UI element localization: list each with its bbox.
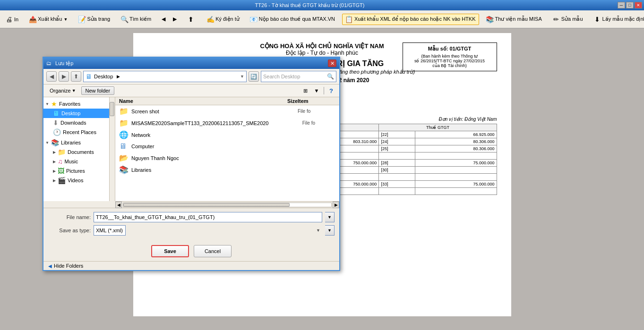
- folder-icon-2: 📁: [119, 118, 129, 127]
- save-type-dropdown-button[interactable]: ▼: [325, 225, 335, 236]
- col-name-header[interactable]: Name: [119, 98, 260, 104]
- list-item[interactable]: 🌐 Network: [115, 129, 339, 141]
- dialog-title-text: Lưu tệp: [55, 60, 73, 67]
- location-dropdown-arrow[interactable]: ▼: [240, 74, 244, 79]
- search-icon: 🔍: [327, 73, 334, 80]
- edit-page-icon: 📝: [78, 16, 86, 23]
- horizontal-scroll-thumb: [123, 203, 290, 207]
- submit-button[interactable]: 📧 Nộp báo cáo thuế qua MTAX.VN: [247, 14, 338, 25]
- forward-button[interactable]: ▶: [59, 71, 69, 82]
- nav-prev-button[interactable]: ◀: [158, 14, 169, 24]
- dialog-close-button[interactable]: ✕: [328, 59, 336, 67]
- dialog-buttons: Save Cancel: [43, 242, 339, 261]
- search-button[interactable]: 🔍 Tìm kiếm: [117, 14, 155, 25]
- export-icon: 📤: [29, 16, 36, 23]
- search-bar[interactable]: Search Desktop 🔍: [261, 71, 336, 82]
- export-xml-button[interactable]: 📋 Xuất khẩu XML để nộp báo cáo hoặc NK v…: [342, 14, 479, 25]
- recent-label: Recent Places: [63, 129, 96, 135]
- libraries-label: Libraries: [61, 140, 81, 145]
- videos-item[interactable]: ▶ 🎬 Videos: [43, 176, 109, 185]
- organize-button[interactable]: Organize ▼: [46, 86, 79, 95]
- favorites-header[interactable]: ▼ ★ Favorites: [43, 99, 109, 109]
- documents-item[interactable]: ▶ 📁 Documents: [43, 147, 109, 157]
- col-item-header[interactable]: Item: [298, 98, 335, 104]
- toolbar-left: Organize ▼ New folder: [46, 86, 114, 95]
- horizontal-scrollbar[interactable]: ◀ ▶: [115, 201, 339, 208]
- hide-folders-label: Hide Folders: [54, 263, 83, 269]
- sidebar-item-downloads[interactable]: ⬇ Downloads: [43, 118, 109, 127]
- network-icon: 🌐: [119, 130, 129, 139]
- scroll-left-button[interactable]: ◀: [115, 202, 122, 208]
- select-arrow-icon: ▼: [316, 228, 320, 233]
- libraries-folder-icon: 📚: [119, 165, 129, 174]
- edit-template-icon: ✏: [552, 16, 560, 23]
- file-list-panel: Name Size Item 📁 Screen shot File fo 📁 M…: [115, 97, 339, 201]
- submit-icon: 📧: [250, 16, 258, 23]
- edit-page-button[interactable]: 📝 Sửa trang: [75, 14, 113, 25]
- file-name-dropdown-button[interactable]: ▼: [325, 212, 335, 222]
- pictures-icon: 🖼: [58, 167, 64, 175]
- edit-template-button[interactable]: ✏ Sửa mẫu: [549, 14, 586, 25]
- sign-icon: ✍: [206, 16, 214, 23]
- pictures-expand-icon: ▶: [53, 169, 56, 173]
- nap-button[interactable]: ⬆: [184, 14, 199, 25]
- cancel-button[interactable]: Cancel: [194, 245, 232, 257]
- hide-folders-section[interactable]: ◀ Hide Folders: [43, 261, 339, 270]
- close-button[interactable]: ✕: [635, 2, 642, 8]
- new-folder-label: New folder: [86, 88, 111, 93]
- help-button[interactable]: ?: [326, 86, 336, 95]
- list-item[interactable]: 📚 Libraries: [115, 164, 339, 176]
- list-item[interactable]: 📁 Screen shot File fo: [115, 105, 339, 117]
- refresh-button[interactable]: 🔄: [249, 71, 259, 82]
- minimize-button[interactable]: ─: [618, 2, 625, 8]
- pictures-label: Pictures: [66, 168, 85, 174]
- videos-label: Videos: [68, 178, 83, 183]
- new-folder-button[interactable]: New folder: [81, 86, 115, 95]
- dialog-toolbar: Organize ▼ New folder ⊞ ▼ ?: [43, 85, 339, 97]
- pictures-item[interactable]: ▶ 🖼 Pictures: [43, 166, 109, 176]
- nap-icon: ⬆: [187, 16, 195, 23]
- view-grid-button[interactable]: ⊞: [300, 86, 310, 95]
- view-buttons: ⊞ ▼ ?: [300, 86, 336, 95]
- library-button[interactable]: 📚 Thư viện mẫu MISA: [483, 14, 545, 25]
- save-button[interactable]: Save: [151, 245, 189, 257]
- view-arrow-button[interactable]: ▼: [311, 86, 322, 95]
- music-item[interactable]: ▶ ♫ Music: [43, 157, 109, 166]
- get-template-button[interactable]: ⬇ Lấy mẫu mặc định: [590, 14, 644, 25]
- dialog-body: ▼ ★ Favorites 🖥 Desktop ⬇ Downloads 🕐: [43, 97, 339, 201]
- file-name-input[interactable]: [94, 212, 322, 222]
- file-name-libraries: Libraries: [131, 167, 260, 173]
- location-text: Desktop: [94, 74, 113, 79]
- maximize-button[interactable]: □: [626, 2, 634, 8]
- view-divider: [324, 87, 324, 94]
- search-icon: 🔍: [120, 16, 128, 23]
- save-type-select[interactable]: XML (*.xml): [94, 225, 126, 236]
- sign-button[interactable]: ✍ Ký điện tử: [203, 14, 243, 25]
- export-button[interactable]: 📤 Xuất khẩu ▼: [26, 14, 71, 25]
- list-item[interactable]: 📁 MISASME2020SampleTT133_20200612113057_…: [115, 117, 339, 129]
- up-button[interactable]: ⬆: [71, 71, 81, 82]
- arrow-up-icon: ◀: [48, 263, 52, 269]
- location-bar[interactable]: 🖥 Desktop ▶ ▼: [83, 71, 247, 82]
- documents-icon: 📁: [58, 148, 66, 156]
- nav-next-button[interactable]: ▶: [170, 14, 180, 24]
- organize-arrow-icon: ▼: [72, 88, 76, 93]
- libraries-header[interactable]: ▼ 📚 Libraries: [43, 138, 109, 147]
- save-as-label: Save as type:: [48, 228, 91, 233]
- file-name-computer: Computer: [131, 144, 260, 149]
- music-icon: ♫: [58, 158, 63, 165]
- scroll-right-button[interactable]: ▶: [333, 202, 339, 208]
- list-item[interactable]: 🖥 Computer: [115, 141, 339, 152]
- back-button[interactable]: ◀: [46, 71, 57, 82]
- videos-icon: 🎬: [58, 177, 66, 184]
- print-button[interactable]: 🖨 In: [2, 14, 22, 25]
- nav-scrollbar[interactable]: [110, 97, 115, 201]
- favorites-label: Favorites: [59, 101, 80, 107]
- list-item[interactable]: 📂 Nguyen Thanh Ngoc: [115, 152, 339, 164]
- col-size-header[interactable]: Size: [260, 98, 298, 104]
- music-expand-icon: ▶: [53, 160, 56, 164]
- file-name-misa: MISASME2020SampleTT133_20200612113057_SM…: [131, 120, 268, 126]
- sidebar-item-desktop[interactable]: 🖥 Desktop: [43, 109, 109, 118]
- sidebar-item-recent[interactable]: 🕐 Recent Places: [43, 127, 109, 137]
- libraries-expand-icon: ▼: [45, 141, 49, 145]
